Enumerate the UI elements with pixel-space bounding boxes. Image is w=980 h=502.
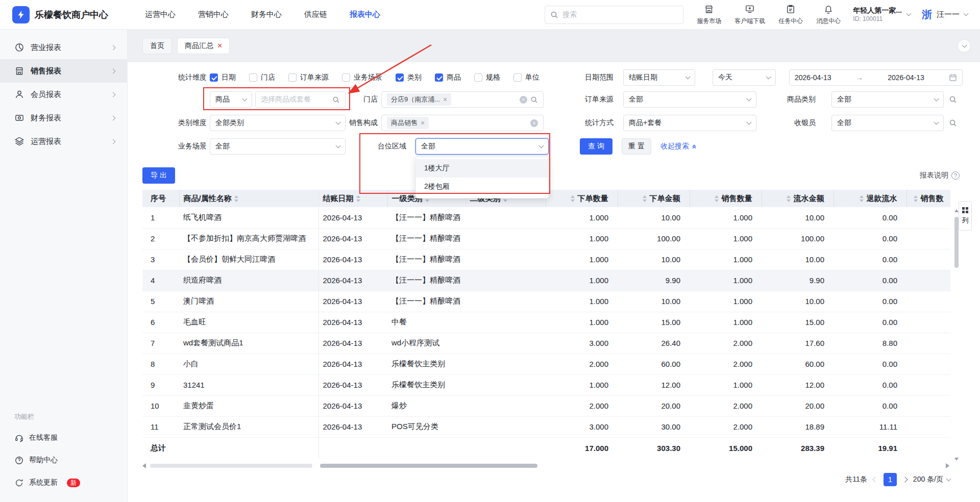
table-area-select[interactable]: 全部 [415, 138, 549, 155]
sort-icon[interactable] [715, 195, 719, 202]
sidebar-item-member-report[interactable]: 会员报表 [0, 83, 127, 106]
cashier-select[interactable]: 全部 [831, 115, 944, 131]
page-number-button[interactable]: 1 [884, 473, 897, 486]
top-menu-item[interactable]: 供应链 [304, 10, 327, 19]
scroll-down-icon[interactable] [954, 458, 959, 461]
clear-icon[interactable]: × [520, 96, 527, 104]
product-category-select[interactable]: 全部 [831, 91, 944, 108]
sort-icon[interactable] [860, 195, 864, 202]
sort-icon[interactable] [571, 195, 575, 202]
dropdown-option[interactable]: 2楼包厢 [416, 178, 548, 196]
dimension-checkbox[interactable]: 商品 [435, 73, 461, 82]
sort-icon[interactable] [643, 195, 647, 202]
search-icon[interactable] [530, 96, 538, 104]
table-row[interactable]: 9 31241 2026-04-13 乐檬餐饮主类别 1.000 12.00 1… [142, 374, 950, 395]
scroll-right-icon[interactable] [946, 463, 949, 468]
table-row[interactable]: 10 韭黄炒蛋 2026-04-13 爆炒 2.000 20.00 2.000 … [142, 395, 950, 416]
date-range-picker[interactable]: 2026-04-13 → 2026-04-13 [789, 69, 963, 86]
collapse-search-link[interactable]: 收起搜索 [660, 142, 697, 151]
fixed-columns-scrollbar[interactable] [150, 464, 312, 468]
collapse-tabs-button[interactable] [958, 39, 971, 53]
biz-scene-select[interactable]: 全部 [210, 138, 346, 155]
tab-product-summary[interactable]: 商品汇总 × [177, 38, 230, 54]
checkbox-box[interactable] [435, 73, 443, 82]
column-header-flow-amount[interactable]: 流水金额 [762, 190, 834, 207]
export-button[interactable]: 导 出 [142, 167, 175, 184]
reset-button[interactable]: 重 置 [622, 138, 651, 155]
table-row[interactable]: 8 小白 2026-04-13 乐檬餐饮主类别 2.000 60.00 2.00… [142, 354, 950, 374]
horizontal-scrollbar[interactable] [142, 463, 950, 469]
date-preset-select[interactable]: 今天 [713, 69, 776, 86]
column-header-refund-flow[interactable]: 退款流水 [834, 190, 906, 207]
next-page-icon[interactable] [902, 476, 908, 482]
quick-action-marketplace[interactable]: 服务市场 [697, 4, 721, 26]
table-row[interactable]: 7 wd套餐测试商品1 2026-04-13 wd小程序测试 3.000 26.… [142, 333, 950, 354]
sort-icon[interactable] [234, 195, 239, 202]
column-header-sales-amount[interactable]: 销售数 [906, 190, 950, 207]
brand[interactable]: 乐檬餐饮商户中心 [12, 6, 133, 23]
sort-icon[interactable] [356, 195, 361, 202]
column-header-checkout-date[interactable]: 结账日期 [318, 190, 387, 207]
remove-tag-icon[interactable]: × [443, 96, 447, 103]
table-row[interactable]: 11 正常测试会员价1 2026-04-13 POS可见分类 3.000 30.… [142, 416, 950, 437]
order-source-select[interactable]: 全部 [623, 91, 756, 108]
table-row[interactable]: 4 织造府啤酒 2026-04-13 【汪一一】精酿啤酒 1.000 9.90 … [142, 270, 950, 291]
search-icon[interactable] [949, 119, 957, 127]
report-note-link[interactable]: 报表说明 ? [920, 171, 960, 180]
global-search-input[interactable]: 搜索 [545, 6, 683, 24]
dropdown-option[interactable]: 1楼大厅 [416, 159, 548, 178]
checkbox-box[interactable] [210, 73, 218, 82]
scroll-up-icon[interactable] [954, 209, 959, 212]
sidebar-item-online-support[interactable]: 在线客服 [0, 426, 127, 449]
merchant-switcher[interactable]: 年轻人第一家... ID: 100011 [853, 6, 911, 23]
sort-icon[interactable] [914, 195, 918, 202]
dimension-checkbox[interactable]: 订单来源 [288, 73, 329, 82]
top-menu-item[interactable]: 运营中心 [145, 10, 176, 19]
column-header-product-name[interactable]: 商品/属性名称 [179, 190, 318, 207]
horizontal-scroll-thumb[interactable] [320, 464, 537, 468]
column-settings-button[interactable]: 列 [959, 201, 972, 231]
vertical-scrollbar[interactable] [953, 209, 960, 461]
checkbox-box[interactable] [513, 73, 522, 82]
prev-page-icon[interactable] [872, 476, 878, 482]
dimension-checkbox[interactable]: 单位 [513, 73, 540, 82]
dimension-checkbox[interactable]: 类别 [396, 73, 422, 82]
product-type-select[interactable]: 商品 [210, 91, 252, 108]
user-menu[interactable]: 浙 汪一一 [922, 8, 968, 21]
clear-icon[interactable]: × [530, 119, 538, 127]
sidebar-item-business-report[interactable]: 营业报表 [0, 36, 127, 59]
top-menu-item[interactable]: 报表中心 [350, 10, 380, 19]
page-size-select[interactable]: 200 条/页 [913, 475, 950, 484]
table-row[interactable]: 2 【不参加折扣】南京高大师贾湖啤酒 2026-04-13 【汪一一】精酿啤酒 … [142, 228, 950, 249]
sidebar-item-system-update[interactable]: 系统更新 新 [0, 471, 127, 494]
dimension-checkbox[interactable]: 日期 [210, 73, 236, 82]
remove-tag-icon[interactable]: × [421, 119, 425, 127]
sales-composition-multiselect[interactable]: 商品销售 × × [381, 115, 544, 131]
checkbox-box[interactable] [288, 73, 297, 82]
dimension-checkbox[interactable]: 门店 [249, 73, 275, 82]
sort-icon[interactable] [787, 195, 791, 202]
search-icon[interactable] [949, 95, 957, 104]
sidebar-item-finance-report[interactable]: 财务报表 [0, 106, 127, 130]
checkbox-box[interactable] [342, 73, 350, 82]
stat-method-select[interactable]: 商品+套餐 [623, 115, 756, 131]
column-header-order-qty[interactable]: 下单数量 [546, 190, 618, 207]
top-menu-item[interactable]: 财务中心 [251, 10, 282, 19]
date-type-select[interactable]: 结账日期 [623, 69, 695, 86]
table-row[interactable]: 6 毛血旺 2026-04-13 中餐 1.000 15.00 1.000 15… [142, 312, 950, 333]
table-row[interactable]: 1 纸飞机啤酒 2026-04-13 【汪一一】精酿啤酒 1.000 10.00… [142, 207, 950, 228]
close-icon[interactable]: × [217, 42, 222, 50]
vertical-scroll-thumb[interactable] [954, 217, 959, 268]
top-menu-item[interactable]: 营销中心 [198, 10, 229, 19]
dimension-checkbox[interactable]: 业务场景 [342, 73, 382, 82]
column-header-sales-qty[interactable]: 销售数量 [690, 190, 762, 207]
table-row[interactable]: 3 【会员价】朝鲜大同江啤酒 2026-04-13 【汪一一】精酿啤酒 1.00… [142, 249, 950, 270]
quick-action-message-center[interactable]: 消息中心 [816, 4, 841, 26]
table-row[interactable]: 5 澳门啤酒 2026-04-13 【汪一一】精酿啤酒 1.000 10.00 … [142, 291, 950, 312]
scroll-left-icon[interactable] [142, 463, 146, 468]
quick-action-task-center[interactable]: 任务中心 [778, 4, 803, 26]
dimension-checkbox[interactable]: 规格 [474, 73, 500, 82]
quick-action-client-download[interactable]: 客户端下载 [734, 4, 765, 26]
checkbox-box[interactable] [474, 73, 482, 82]
column-header-order-amount[interactable]: 下单金额 [618, 190, 690, 207]
